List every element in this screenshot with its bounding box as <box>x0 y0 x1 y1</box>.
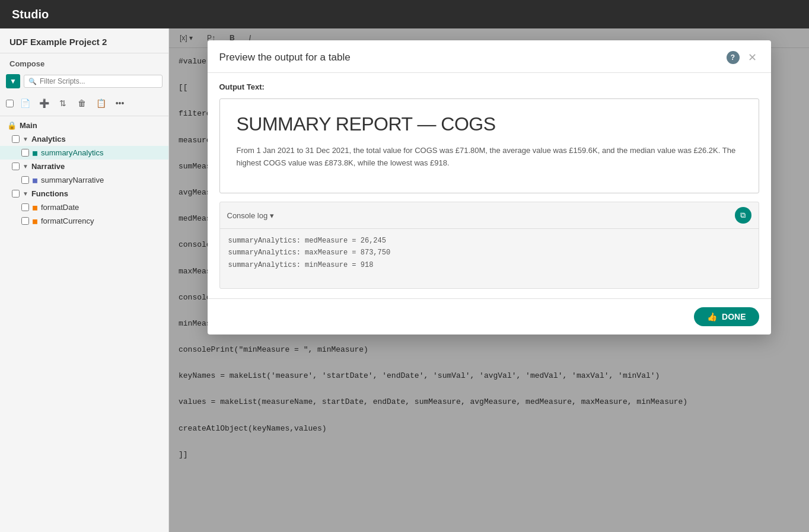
modal-body: Output Text: SUMMARY REPORT — COGS From … <box>208 73 771 298</box>
formatcurrency-checkbox[interactable] <box>21 217 29 225</box>
analytics-file-icon: ◼ <box>32 149 38 157</box>
modal-close-button[interactable]: ✕ <box>746 51 759 64</box>
console-log-section: Console log ▾ ⧉ summaryAnalytics: medMea… <box>219 202 759 289</box>
done-button[interactable]: 👍 DONE <box>694 307 759 326</box>
modal-title: Preview the output for a table <box>219 52 721 63</box>
report-heading: SUMMARY REPORT — COGS <box>237 113 742 135</box>
summaryanalytics-label: summaryAnalytics <box>41 148 103 157</box>
tree-item-summarynarrative[interactable]: ◼ summaryNarrative <box>0 173 168 187</box>
console-log-title[interactable]: Console log ▾ <box>227 211 275 220</box>
summaryanalytics-checkbox[interactable] <box>21 149 29 157</box>
summarynarrative-checkbox[interactable] <box>21 176 29 184</box>
lock-icon: 🔒 <box>7 121 17 130</box>
tree-item-summaryanalytics[interactable]: ◼ summaryAnalytics <box>0 146 168 160</box>
console-log-label: Console log <box>227 211 268 220</box>
main-layout: UDF Example Project 2 Compose ▼ 🔍 📄 ➕ ⇅ … <box>0 28 809 532</box>
analytics-group-label: Analytics <box>31 135 66 144</box>
scripts-tree: 🔒 Main ▼ Analytics ◼ summaryAnalytics ▼ … <box>0 116 168 532</box>
sort-button[interactable]: ⇅ <box>55 95 71 111</box>
help-icon[interactable]: ? <box>727 51 740 64</box>
preview-modal: Preview the output for a table ? ✕ Outpu… <box>208 40 771 335</box>
console-line-2: summaryAnalytics: maxMeasure = 873,750 <box>228 247 750 259</box>
functions-chevron: ▼ <box>23 190 28 197</box>
modal-footer: 👍 DONE <box>208 298 771 335</box>
modal-overlay: Preview the output for a table ? ✕ Outpu… <box>169 28 809 532</box>
summarynarrative-label: summaryNarrative <box>41 176 104 184</box>
more-button[interactable]: ••• <box>112 95 128 111</box>
analytics-checkbox[interactable] <box>12 135 20 143</box>
main-label: Main <box>20 121 37 130</box>
console-log-header: Console log ▾ ⧉ <box>220 202 759 229</box>
formatcurrency-label: formatCurrency <box>41 216 94 225</box>
console-line-3: summaryAnalytics: minMeasure = 918 <box>228 259 750 271</box>
thumbs-up-icon: 👍 <box>707 312 717 321</box>
report-paragraph: From 1 Jan 2021 to 31 Dec 2021, the tota… <box>237 145 742 170</box>
functions-checkbox[interactable] <box>12 190 20 197</box>
add-button[interactable]: ➕ <box>36 95 52 111</box>
analytics-chevron: ▼ <box>23 136 28 142</box>
narrative-file-icon: ◼ <box>32 176 38 184</box>
select-all-checkbox[interactable] <box>6 100 14 107</box>
content-area: [x] ▾ P↑ B I #value su [[ filteredD meas… <box>169 28 809 532</box>
tree-main-section: 🔒 Main <box>0 119 168 132</box>
console-copy-button[interactable]: ⧉ <box>735 207 751 224</box>
console-log-body: summaryAnalytics: medMeasure = 26,245 su… <box>220 229 759 288</box>
tree-item-formatcurrency[interactable]: ◼ formatCurrency <box>0 214 168 228</box>
console-line-1: summaryAnalytics: medMeasure = 26,245 <box>228 235 750 247</box>
tree-group-analytics[interactable]: ▼ Analytics <box>0 132 168 146</box>
done-label: DONE <box>722 312 746 321</box>
delete-button[interactable]: 🗑 <box>74 95 90 111</box>
modal-header: Preview the output for a table ? ✕ <box>208 40 771 73</box>
search-icon: 🔍 <box>28 78 37 85</box>
compose-label: Compose <box>0 53 168 72</box>
formatdate-label: formatDate <box>41 203 79 212</box>
app-title: Studio <box>12 8 49 21</box>
top-bar: Studio <box>0 0 809 28</box>
project-title: UDF Example Project 2 <box>0 28 168 53</box>
tree-group-narrative[interactable]: ▼ Narrative <box>0 160 168 173</box>
narrative-group-label: Narrative <box>31 162 65 171</box>
filter-search-box[interactable]: 🔍 <box>24 75 163 88</box>
scripts-toolbar: 📄 ➕ ⇅ 🗑 📋 ••• <box>0 93 168 116</box>
tree-item-formatdate[interactable]: ◼ formatDate <box>0 200 168 214</box>
filter-row: ▼ 🔍 <box>0 72 168 93</box>
filter-input[interactable] <box>40 77 158 85</box>
narrative-chevron: ▼ <box>23 163 28 170</box>
narrative-checkbox[interactable] <box>12 163 20 170</box>
filter-icon: ▼ <box>6 74 20 88</box>
console-log-chevron: ▾ <box>270 211 274 220</box>
copy-button[interactable]: 📋 <box>93 95 109 111</box>
function-file-icon: ◼ <box>32 203 38 212</box>
output-text-box: SUMMARY REPORT — COGS From 1 Jan 2021 to… <box>219 98 759 193</box>
function-file-icon-2: ◼ <box>32 217 38 225</box>
sidebar: UDF Example Project 2 Compose ▼ 🔍 📄 ➕ ⇅ … <box>0 28 169 532</box>
copy-icon: ⧉ <box>740 211 746 220</box>
formatdate-checkbox[interactable] <box>21 203 29 211</box>
new-file-button[interactable]: 📄 <box>17 95 33 111</box>
functions-group-label: Functions <box>31 189 68 198</box>
tree-group-functions[interactable]: ▼ Functions <box>0 187 168 200</box>
output-label: Output Text: <box>219 82 759 91</box>
